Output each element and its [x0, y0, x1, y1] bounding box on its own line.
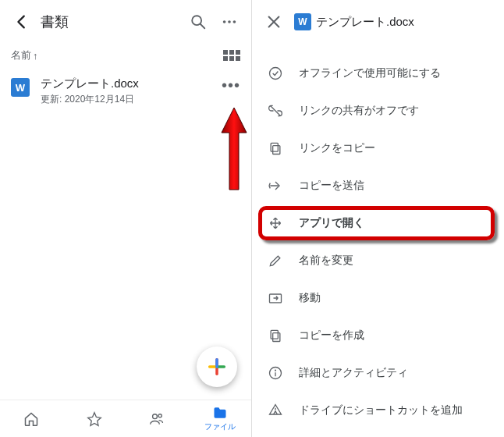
star-icon — [87, 411, 102, 427]
file-list-pane: 書類 名前 ↑ W テンプレート.docx 更新: 2020年12月14日 ••… — [0, 0, 252, 437]
menu-offline[interactable]: オフラインで使用可能にする — [252, 55, 504, 92]
svg-point-3 — [228, 20, 231, 23]
menu-copy-link-label: リンクをコピー — [299, 141, 375, 155]
menu-open-with-label: アプリで開く — [299, 216, 364, 230]
menu-make-copy-label: コピーを作成 — [299, 329, 364, 343]
menu-add-shortcut[interactable]: ドライブにショートカットを追加 — [252, 392, 504, 429]
nav-starred[interactable] — [63, 400, 126, 437]
svg-rect-15 — [273, 146, 280, 155]
file-name: テンプレート.docx — [41, 76, 217, 91]
sort-row: 名前 ↑ — [0, 44, 251, 67]
create-fab[interactable] — [197, 346, 237, 387]
svg-marker-5 — [222, 108, 247, 190]
menu-copy-link[interactable]: リンクをコピー — [252, 130, 504, 167]
menu-details[interactable]: 詳細とアクティビティ — [252, 354, 504, 392]
menu-details-label: 詳細とアクティビティ — [299, 366, 408, 380]
search-icon — [190, 13, 207, 30]
search-button[interactable] — [183, 6, 214, 37]
svg-point-4 — [233, 20, 236, 23]
menu-open-with-app[interactable]: アプリで開く — [252, 204, 504, 242]
svg-point-10 — [153, 414, 158, 418]
menu-shortcut-label: ドライブにショートカットを追加 — [299, 403, 463, 417]
svg-line-1 — [201, 24, 205, 29]
menu-make-copy[interactable]: コピーを作成 — [252, 317, 504, 354]
pencil-icon — [268, 253, 283, 268]
nav-files[interactable]: ファイル — [189, 400, 252, 437]
move-icon — [268, 290, 283, 306]
right-header: W テンプレート.docx — [252, 0, 504, 44]
file-more-button[interactable]: ••• — [217, 76, 245, 94]
red-arrow-annotation — [220, 108, 248, 197]
menu-rename-label: 名前を変更 — [299, 254, 353, 268]
send-icon — [268, 178, 283, 194]
svg-point-2 — [223, 20, 226, 23]
file-subtitle: 更新: 2020年12月14日 — [41, 93, 217, 106]
svg-point-11 — [158, 414, 161, 417]
red-highlight-box — [258, 206, 495, 240]
menu-link-off-label: リンクの共有がオフです — [299, 104, 419, 118]
nav-shared[interactable] — [126, 400, 189, 437]
file-info: テンプレート.docx 更新: 2020年12月14日 — [41, 76, 217, 106]
menu-send-copy-label: コピーを送信 — [299, 179, 364, 193]
folder-icon — [212, 405, 228, 421]
offline-icon — [268, 66, 283, 81]
word-file-icon: W — [11, 78, 30, 97]
file-row[interactable]: W テンプレート.docx 更新: 2020年12月14日 ••• — [0, 67, 251, 115]
sort-label-text: 名前 — [11, 48, 31, 62]
info-icon — [268, 365, 283, 381]
menu-move[interactable]: 移動 — [252, 279, 504, 317]
grid-icon — [223, 50, 240, 61]
svg-point-22 — [275, 370, 276, 371]
page-title: 書類 — [41, 12, 183, 31]
dots-icon: ••• — [222, 76, 240, 94]
svg-point-14 — [270, 68, 282, 80]
close-icon — [265, 13, 282, 30]
action-menu: オフラインで使用可能にする リンクの共有がオフです リンクをコピー コピーを送信… — [252, 44, 504, 429]
file-actions-pane: W テンプレート.docx オフラインで使用可能にする リンクの共有がオフです … — [252, 0, 504, 437]
back-button[interactable] — [6, 6, 37, 37]
make-copy-icon — [268, 328, 283, 343]
bottom-nav: ファイル — [0, 400, 251, 437]
menu-send-copy[interactable]: コピーを送信 — [252, 167, 504, 204]
menu-rename[interactable]: 名前を変更 — [252, 242, 504, 279]
svg-rect-18 — [273, 333, 280, 342]
menu-move-label: 移動 — [299, 291, 321, 305]
home-icon — [23, 411, 39, 427]
nav-home[interactable] — [0, 400, 63, 437]
svg-rect-16 — [271, 143, 278, 151]
close-button[interactable] — [258, 6, 289, 37]
menu-link-sharing-off[interactable]: リンクの共有がオフです — [252, 92, 504, 130]
sort-direction-icon: ↑ — [33, 50, 38, 62]
nav-files-label: ファイル — [204, 421, 236, 432]
people-icon — [149, 411, 165, 427]
svg-rect-19 — [271, 330, 278, 339]
open-with-icon — [268, 215, 283, 231]
overflow-button[interactable] — [214, 6, 245, 37]
sheet-title: テンプレート.docx — [316, 15, 414, 30]
dots-icon — [221, 13, 238, 30]
left-header: 書類 — [0, 0, 251, 44]
link-off-icon — [268, 103, 283, 119]
sort-button[interactable]: 名前 ↑ — [11, 48, 38, 62]
drive-shortcut-icon — [268, 403, 283, 418]
chevron-left-icon — [13, 13, 30, 30]
plus-icon — [206, 356, 228, 378]
menu-offline-label: オフラインで使用可能にする — [299, 66, 441, 80]
view-toggle-button[interactable] — [223, 50, 240, 61]
word-file-icon: W — [294, 13, 311, 30]
copy-icon — [268, 140, 283, 156]
